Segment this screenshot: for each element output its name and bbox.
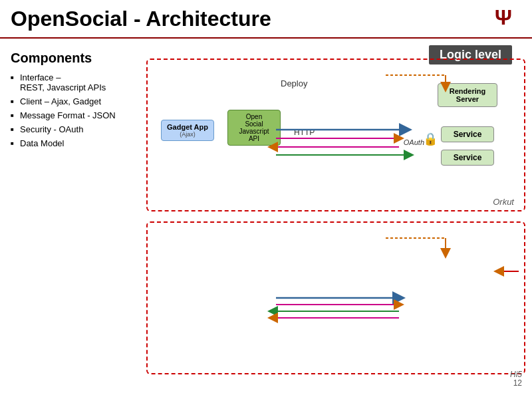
orkut-label: Orkut <box>493 197 514 207</box>
oauth-label-top: OAuth <box>404 138 424 146</box>
list-item-message: Message Format - JSON <box>11 110 129 120</box>
header: OpenSocial - Architecture Ψ <box>0 0 532 39</box>
rendering-server-top: Rendering Server <box>438 83 497 107</box>
gadget-app-title: Gadget App <box>166 123 209 131</box>
gadget-app-subtitle: (Ajax) <box>166 131 209 138</box>
components-list: Interface –REST, Javascript APIs Client … <box>11 72 129 148</box>
components-heading: Components <box>11 51 129 66</box>
main-content: Components Interface –REST, Javascript A… <box>0 39 532 398</box>
service-top-1: Service <box>441 126 494 142</box>
list-item-data: Data Model <box>11 138 129 148</box>
list-item-client: Client – Ajax, Gadget <box>11 96 129 106</box>
opensocial-api-top-text: OpenSocialJavascriptAPI <box>239 113 269 142</box>
list-item-security: Security - OAuth <box>11 124 129 134</box>
top-section: Deploy Gadget App (Ajax) OpenSocialJavas… <box>146 59 525 211</box>
hi5-label: Hi5 <box>510 370 522 379</box>
gadget-app-box: Gadget App (Ajax) <box>161 120 214 141</box>
bottom-section: StandaloneApp OpenSocialAPI(RESTful) HTT… <box>146 221 525 374</box>
lock-icon-top: 🔒 <box>423 132 438 146</box>
page-title: OpenSocial - Architecture <box>11 7 271 31</box>
deploy-label: Deploy <box>281 78 307 88</box>
page-number: 12 <box>513 378 522 388</box>
list-item-interface: Interface –REST, Javascript APIs <box>11 72 129 92</box>
left-panel: Components Interface –REST, Javascript A… <box>0 45 140 391</box>
http-label: HTTP <box>294 128 315 137</box>
architecture-diagram: Logic level Deploy Gadget App (Ajax) Ope… <box>140 45 532 391</box>
university-logo: Ψ <box>495 5 521 32</box>
opensocial-api-box-top: OpenSocialJavascriptAPI <box>227 110 281 146</box>
service-top-2: Service <box>441 150 494 166</box>
